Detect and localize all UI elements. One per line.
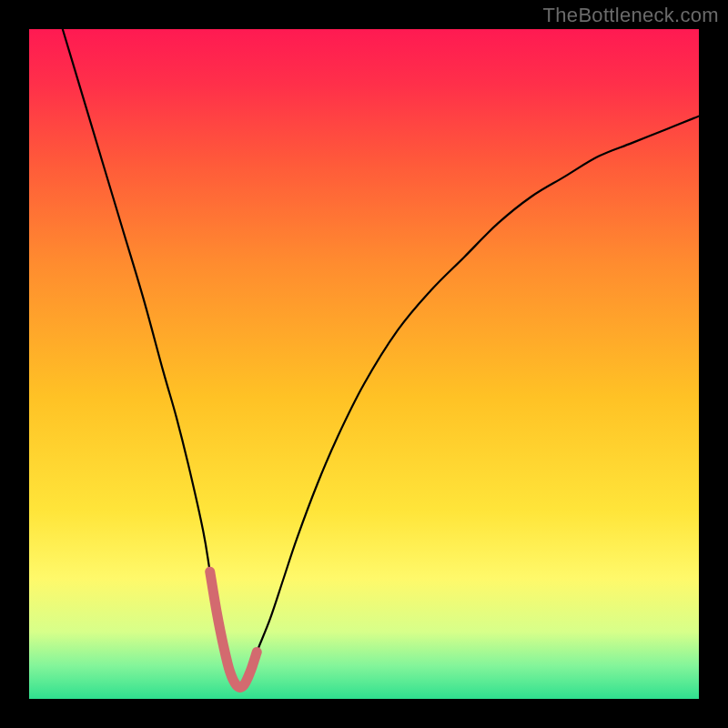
watermark-text: TheBottleneck.com — [543, 4, 719, 27]
chart-svg — [29, 29, 699, 699]
chart-frame: TheBottleneck.com — [0, 0, 728, 728]
gradient-rect — [29, 29, 699, 699]
plot-area — [29, 29, 699, 699]
